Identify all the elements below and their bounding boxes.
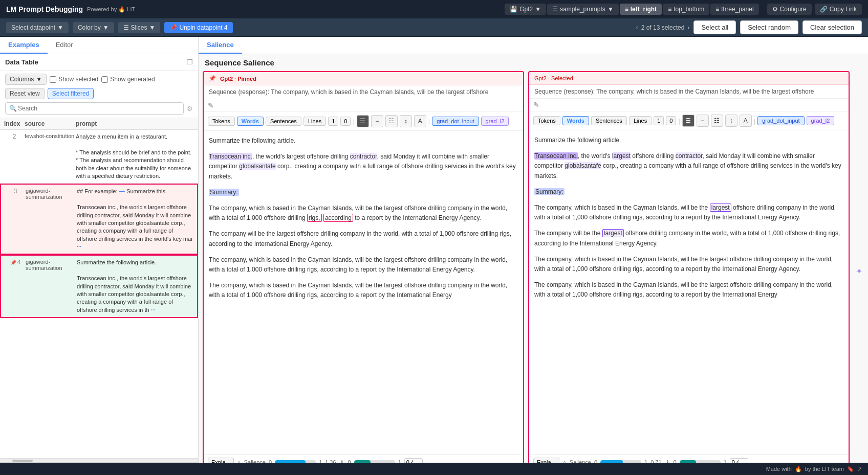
- highlight-largest-box: largest: [710, 203, 731, 212]
- highlight-contractor: contractor: [350, 153, 377, 160]
- copy-link-button[interactable]: 🔗 Copy Link: [815, 4, 862, 15]
- minus-icon-left[interactable]: −: [371, 115, 383, 127]
- words-btn-right[interactable]: Words: [562, 116, 589, 125]
- columns-button[interactable]: Columns ▼: [5, 74, 47, 85]
- font-icon-right[interactable]: A: [740, 115, 752, 127]
- grad-dot-btn-right[interactable]: grad_dot_input: [757, 116, 804, 125]
- input-zero-btn-left[interactable]: 0: [340, 117, 351, 126]
- words-btn-left[interactable]: Words: [237, 117, 264, 126]
- bookmark-icon[interactable]: 🔖: [847, 466, 854, 472]
- sequence-title: Sequence Salience: [203, 58, 864, 67]
- lines-btn-left[interactable]: Lines: [303, 117, 326, 126]
- highlight-largest-box2: largest: [602, 229, 624, 237]
- top-bar: LM Prompt Debugging Powered by 🔥 LIT 💾 G…: [0, 0, 868, 18]
- input-num-btn-left[interactable]: 1: [328, 117, 338, 126]
- para-transocean-left: Transocean inc., the world's largest off…: [209, 152, 518, 182]
- para-company2-left: The company will be the largest offshore…: [209, 229, 518, 248]
- right-tabs: Salience: [199, 37, 868, 54]
- para-company1-left: The company, which is based in the Cayma…: [209, 203, 518, 223]
- select-datapoint-button[interactable]: Select datapoint ▼: [6, 22, 69, 33]
- col-prompt: prompt: [76, 120, 194, 127]
- grid-icon-left[interactable]: ☷: [385, 115, 398, 127]
- search-input[interactable]: [5, 102, 184, 115]
- color-by-button[interactable]: Color by ▼: [73, 22, 114, 33]
- scrollbar-thumb[interactable]: [12, 460, 33, 462]
- layout-icon: ≡: [625, 6, 628, 13]
- cell-index-pinned: 📌4: [5, 259, 26, 314]
- show-generated-checkbox[interactable]: Show generated: [101, 76, 155, 83]
- para-summarize-right: Summarize the following article.: [534, 135, 843, 145]
- right-content: Sequence Salience 📌 Gpt2 · Pinned Sequen…: [199, 54, 868, 475]
- search-settings-icon[interactable]: ⚙: [187, 105, 193, 112]
- sentences-btn-left[interactable]: Sentences: [266, 117, 301, 126]
- grad-l2-btn-right[interactable]: grad_l2: [807, 116, 835, 125]
- minus-icon-right[interactable]: −: [697, 115, 709, 127]
- horizontal-scrollbar[interactable]: [0, 458, 198, 462]
- up-down-icon-right[interactable]: ↕: [725, 115, 737, 127]
- lines-btn-right[interactable]: Lines: [629, 116, 652, 125]
- sentences-btn-right[interactable]: Sentences: [591, 116, 627, 125]
- input-zero-btn-right[interactable]: 0: [666, 116, 676, 125]
- dataset-tab[interactable]: ☰ sample_prompts ▼: [547, 4, 619, 15]
- font-icon-left[interactable]: A: [414, 115, 426, 127]
- tokens-btn-left[interactable]: Tokens: [208, 117, 235, 126]
- search-row: 🔍 ⚙: [5, 102, 193, 115]
- select-all-button[interactable]: Select all: [693, 20, 736, 34]
- selection-count: 2 of 13 selected: [641, 24, 685, 31]
- editor-tab[interactable]: Editor: [48, 37, 81, 54]
- table-row[interactable]: 3 gigaword-summarization ## For example:…: [0, 184, 198, 255]
- sep-left: |: [353, 118, 354, 125]
- salience-tab[interactable]: Salience: [199, 37, 242, 54]
- highlight-summary-label-right: Summary:: [534, 188, 565, 195]
- layout-icon2: ≡: [668, 6, 671, 13]
- response-intro-right: Sequence (response): The company, which …: [534, 88, 814, 95]
- expand-icon[interactable]: ❐: [187, 58, 193, 66]
- layout-label3: three_panel: [721, 6, 753, 13]
- slices-button[interactable]: ☰ Slices ▼: [118, 22, 161, 33]
- tokens-btn-right[interactable]: Tokens: [533, 116, 560, 125]
- grid-icon-right[interactable]: ☷: [711, 115, 723, 127]
- controls-row-2: Reset view Select filtered: [5, 88, 193, 99]
- align-icon-left[interactable]: ☰: [357, 115, 369, 127]
- response-intro-left: Sequence (response): The company, which …: [209, 88, 488, 96]
- salience-panel-left: 📌 Gpt2 · Pinned Sequence (response): The…: [203, 71, 524, 471]
- sep-right: |: [678, 117, 680, 125]
- show-generated-input[interactable]: [101, 76, 108, 83]
- reset-view-button[interactable]: Reset view: [5, 88, 45, 99]
- configure-button[interactable]: ⚙ Configure: [767, 4, 812, 15]
- by-lit-label: by the LIT team: [805, 466, 844, 472]
- grad-dot-btn-left[interactable]: grad_dot_input: [432, 117, 479, 126]
- up-down-icon-left[interactable]: ↕: [400, 115, 412, 127]
- layout-top-bottom-tab[interactable]: ≡ top_bottom: [663, 4, 709, 15]
- edit-icon-left[interactable]: ✎: [208, 101, 214, 109]
- highlight-transocean-right: Transocean inc.: [534, 152, 578, 160]
- align-icon-right[interactable]: ☰: [682, 115, 695, 127]
- para-summary-right: Summary:: [534, 187, 843, 197]
- layout-three-panel-tab[interactable]: ≡ three_panel: [710, 4, 758, 15]
- dataset-label: sample_prompts: [560, 6, 605, 13]
- highlight-according: according: [323, 214, 353, 222]
- layout-left-right-tab[interactable]: ≡ left_right: [620, 4, 662, 15]
- highlight-summary-label: Summary:: [209, 189, 239, 196]
- show-selected-input[interactable]: [50, 76, 56, 83]
- table-row[interactable]: 2 fewshot-constitution Analyze a menu it…: [0, 130, 198, 184]
- input-num-btn-right[interactable]: 1: [654, 116, 664, 125]
- select-filtered-button[interactable]: Select filtered: [48, 88, 94, 99]
- grad-l2-btn-left[interactable]: grad_l2: [481, 117, 509, 126]
- pin-icon: 📌: [10, 260, 16, 265]
- examples-tab[interactable]: Examples: [0, 37, 48, 54]
- sep-left2: |: [428, 118, 430, 125]
- table-row-pinned[interactable]: 📌4 gigaword-summarization Summarize the …: [0, 255, 198, 318]
- highlight-transocean: Transocean inc.: [209, 153, 252, 160]
- show-selected-checkbox[interactable]: Show selected: [50, 76, 98, 83]
- unpin-button[interactable]: 📌 Unpin datapoint 4: [164, 22, 232, 33]
- clear-selection-button[interactable]: Clear selection: [802, 20, 862, 34]
- para-summary-left: Summary:: [209, 188, 518, 197]
- top-actions: ⚙ Configure 🔗 Copy Link: [767, 4, 862, 15]
- para-company3-left: The company, which is based in the Cayma…: [209, 255, 518, 275]
- share-icon[interactable]: ↗: [857, 466, 862, 472]
- select-random-button[interactable]: Select random: [740, 20, 798, 34]
- edit-icon-right[interactable]: ✎: [533, 101, 539, 109]
- model-tab[interactable]: 💾 Gpt2 ▼: [505, 4, 546, 15]
- dataset-icon: ☰: [552, 6, 558, 13]
